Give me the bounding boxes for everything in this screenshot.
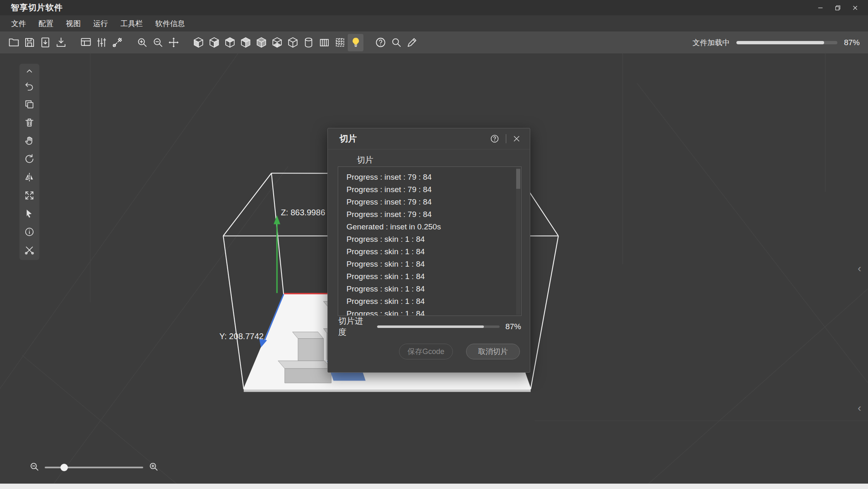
layers-view-button[interactable]: [316, 34, 332, 51]
view-top-button[interactable]: [253, 34, 269, 51]
import-model-button[interactable]: [37, 34, 53, 51]
slice-log-box[interactable]: Progress : inset : 79 : 84Progress : ins…: [338, 166, 522, 316]
mirror-button[interactable]: [19, 168, 39, 186]
collapse-strip-button[interactable]: [19, 65, 39, 77]
cube-top-icon: [255, 36, 267, 48]
lightbulb-icon: [350, 36, 362, 48]
file-loading-bar: [736, 41, 837, 44]
app-window: Z: 863.9986 Y: 208.7742 智享切片软件 文件 配置 视图 …: [0, 0, 868, 489]
file-loading-percent: 87%: [844, 38, 860, 47]
help-icon: [375, 36, 387, 48]
bottom-scrollbar-strip[interactable]: [0, 484, 868, 489]
menu-about[interactable]: 软件信息: [149, 19, 191, 29]
cylinder-view-button[interactable]: [301, 34, 316, 51]
cursor-icon: [24, 208, 35, 219]
pan-button[interactable]: [19, 132, 39, 150]
infill-grid-icon: [334, 36, 346, 48]
export-model-button[interactable]: [53, 34, 69, 51]
menu-view[interactable]: 视图: [60, 19, 87, 29]
view-right-button[interactable]: [238, 34, 253, 51]
toolbar-group-views: [190, 34, 363, 51]
slice-progress-percent: 87%: [505, 322, 521, 331]
file-loading-indicator: 文件加载中 87%: [692, 38, 868, 48]
close-button[interactable]: [846, 0, 864, 15]
log-scrollbar-thumb[interactable]: [516, 169, 520, 189]
app-title: 智享切片软件: [0, 2, 63, 13]
log-line: Progress : skin : 1 : 84: [346, 283, 521, 295]
undo-icon: [24, 81, 35, 92]
main-toolbar: 文件加载中 87%: [0, 31, 868, 53]
machine-tools-button[interactable]: [109, 34, 125, 51]
slice-dialog-help-button[interactable]: [490, 134, 500, 144]
inspect-button[interactable]: [388, 34, 404, 51]
info-button[interactable]: [19, 223, 39, 241]
zoom-out-button[interactable]: [29, 461, 40, 474]
minimize-button[interactable]: [812, 0, 829, 15]
save-gcode-button[interactable]: 保存Gcode: [399, 344, 453, 359]
y-axis-label: Y: 208.7742: [219, 332, 264, 341]
expand-icon: [24, 190, 35, 201]
log-scrollbar[interactable]: [516, 168, 520, 315]
log-line: Progress : inset : 79 : 84: [346, 183, 521, 196]
right-panel-expand-handle[interactable]: ‹: [858, 264, 861, 272]
menu-toolbar[interactable]: 工具栏: [114, 19, 149, 29]
zoom-out-icon: [29, 461, 40, 472]
annotate-button[interactable]: [404, 34, 420, 51]
log-line: Progress : skin : 1 : 84: [346, 308, 521, 316]
menu-config[interactable]: 配置: [32, 19, 60, 29]
viewport-zoom-control: [29, 461, 159, 474]
help-circle-icon: [490, 134, 500, 144]
open-file-button[interactable]: [6, 34, 22, 51]
crossed-tools-icon: [24, 245, 35, 255]
zoom-slider[interactable]: [45, 467, 143, 468]
light-toggle-button[interactable]: [348, 34, 363, 51]
zoom-in-icon: [148, 461, 159, 472]
undo-button[interactable]: [19, 77, 39, 95]
right-panel-expand-handle-2[interactable]: ‹: [858, 404, 861, 412]
zoom-in-button[interactable]: [134, 34, 150, 51]
view-bottom-button[interactable]: [269, 34, 285, 51]
zoom-out-button[interactable]: [150, 34, 166, 51]
move-model-button[interactable]: [166, 34, 181, 51]
view-left-button[interactable]: [222, 34, 238, 51]
save-file-button[interactable]: [22, 34, 37, 51]
parameters-button[interactable]: [94, 34, 109, 51]
fit-view-button[interactable]: [19, 186, 39, 205]
view-iso-button[interactable]: [285, 34, 301, 51]
delete-button[interactable]: [19, 113, 39, 132]
slice-progress-label: 切片进度: [338, 316, 370, 338]
log-line: Progress : skin : 1 : 84: [346, 295, 521, 308]
slice-progress-bar-fill: [377, 325, 483, 328]
close-icon: [851, 4, 859, 12]
select-button[interactable]: [19, 205, 39, 223]
header-divider: [506, 134, 506, 143]
file-loading-bar-fill: [736, 41, 824, 44]
download-icon: [55, 36, 67, 48]
menu-bar: 文件 配置 视图 运行 工具栏 软件信息: [0, 15, 868, 31]
menu-file[interactable]: 文件: [5, 19, 32, 29]
cancel-slice-button[interactable]: 取消切片: [466, 344, 520, 359]
slice-dialog: 切片 切片 Progress : inset : 79 : 84Progress…: [327, 128, 530, 373]
help-button[interactable]: [373, 34, 388, 51]
slice-dialog-header-actions: [490, 134, 521, 144]
slice-dialog-header[interactable]: 切片: [328, 128, 530, 149]
toolbar-group-help: [373, 34, 420, 51]
zoom-in-button[interactable]: [148, 461, 159, 474]
hand-icon: [24, 135, 35, 146]
view-back-button[interactable]: [206, 34, 222, 51]
zoom-slider-handle[interactable]: [60, 464, 68, 471]
repair-button[interactable]: [19, 241, 39, 259]
layout-button[interactable]: [78, 34, 94, 51]
cube-left-icon: [224, 36, 236, 48]
view-front-button[interactable]: [190, 34, 206, 51]
chevron-up-icon: [24, 65, 35, 76]
log-line: Progress : skin : 1 : 84: [346, 258, 521, 270]
menu-run[interactable]: 运行: [87, 19, 114, 29]
infill-view-button[interactable]: [332, 34, 348, 51]
duplicate-button[interactable]: [19, 95, 39, 113]
rotate-button[interactable]: [19, 150, 39, 168]
slice-dialog-close-button[interactable]: [512, 135, 521, 143]
import-icon: [39, 36, 51, 48]
maximize-button[interactable]: [829, 0, 846, 15]
magnifier-icon: [390, 36, 402, 48]
